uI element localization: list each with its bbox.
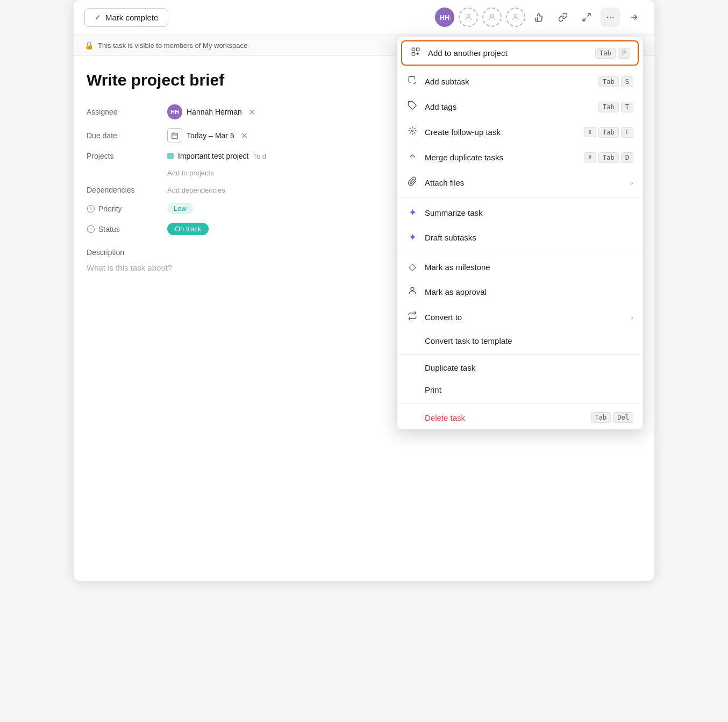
add-to-project-shortcut: Tab P: [595, 48, 630, 59]
svg-point-19: [412, 130, 413, 132]
assignee-name: Hannah Herman: [187, 108, 242, 116]
menu-item-summarize[interactable]: ✦ Summarize task: [397, 200, 643, 225]
milestone-label: Mark as milestone: [425, 263, 490, 272]
priority-value[interactable]: Low: [167, 203, 193, 214]
menu-item-milestone[interactable]: ◇ Mark as milestone: [397, 254, 643, 279]
priority-label: Priority: [87, 204, 167, 213]
svg-point-7: [612, 17, 613, 18]
menu-item-merge[interactable]: Merge duplicate tasks ⇧ Tab D: [397, 145, 643, 170]
convert-template-label: Convert task to template: [425, 336, 512, 345]
divider-2: [397, 252, 643, 252]
add-tags-shortcut: Tab T: [598, 102, 633, 112]
divider-3: [397, 354, 643, 355]
svg-point-5: [607, 17, 608, 18]
add-dependencies-link[interactable]: Add dependencies: [167, 186, 225, 194]
menu-item-draft-subtasks[interactable]: ✦ Draft subtasks: [397, 225, 643, 250]
followup-icon: [406, 126, 418, 138]
attach-chevron: ›: [631, 179, 633, 187]
svg-rect-15: [412, 48, 415, 51]
menu-item-convert-template[interactable]: Convert task to template: [397, 330, 643, 352]
description-placeholder[interactable]: What is this task about?: [87, 263, 172, 272]
approval-icon: [406, 286, 418, 298]
projects-value[interactable]: Important test project To d: [167, 152, 266, 160]
add-to-projects-value[interactable]: Add to projects: [167, 169, 214, 177]
svg-rect-9: [172, 133, 178, 139]
thumbsup-button[interactable]: [530, 8, 549, 27]
svg-line-3: [588, 13, 590, 16]
assignee-label: Assignee: [87, 108, 167, 116]
divider-4: [397, 403, 643, 404]
svg-rect-17: [412, 53, 415, 55]
svg-point-2: [514, 15, 517, 17]
toolbar-right: HH: [435, 8, 644, 27]
close-panel-button[interactable]: [624, 8, 644, 27]
duplicate-label: Duplicate task: [425, 363, 475, 372]
merge-label: Merge duplicate tasks: [425, 153, 503, 162]
avatar-hh[interactable]: HH: [435, 8, 454, 27]
add-assignee-3[interactable]: [506, 8, 525, 27]
status-badge[interactable]: On track: [167, 223, 209, 235]
dropdown-menu: Add to another project Tab P Add subtask…: [396, 37, 644, 430]
menu-item-approval[interactable]: Mark as approval: [397, 279, 643, 305]
status-value[interactable]: On track: [167, 223, 209, 235]
add-to-projects-link[interactable]: Add to projects: [167, 169, 214, 177]
dependencies-label: Dependencies: [87, 186, 167, 194]
attach-label: Attach files: [425, 178, 464, 187]
merge-icon: [406, 151, 418, 164]
mark-complete-label: Mark complete: [105, 13, 158, 22]
svg-point-1: [490, 15, 493, 17]
priority-badge[interactable]: Low: [167, 203, 193, 214]
svg-rect-16: [417, 48, 419, 51]
add-subtask-icon: [406, 75, 418, 88]
projects-label: Projects: [87, 152, 167, 160]
menu-item-print[interactable]: Print: [397, 379, 643, 401]
mark-complete-button[interactable]: ✓ Mark complete: [84, 8, 168, 27]
divider-1: [397, 197, 643, 198]
assignee-avatar: HH: [167, 104, 182, 119]
due-date-value[interactable]: Today – Mar 5 ✕: [167, 128, 248, 143]
summarize-label: Summarize task: [425, 208, 483, 217]
project-dot: [167, 153, 174, 159]
svg-point-20: [411, 287, 414, 291]
summarize-icon: ✦: [406, 207, 418, 218]
clear-assignee-button[interactable]: ✕: [248, 107, 255, 117]
lock-icon: 🔒: [84, 41, 94, 49]
menu-item-followup[interactable]: Create follow-up task ⇧ Tab F: [397, 119, 643, 145]
menu-item-attach[interactable]: Attach files ›: [397, 170, 643, 195]
add-to-project-label: Add to another project: [428, 48, 508, 58]
description-label: Description: [87, 248, 124, 257]
project-section: To d: [253, 152, 267, 160]
delete-label: Delete task: [425, 413, 465, 422]
dependencies-value[interactable]: Add dependencies: [167, 186, 225, 194]
svg-point-6: [610, 17, 611, 18]
svg-point-0: [467, 15, 469, 17]
add-subtask-label: Add subtask: [425, 77, 469, 86]
clear-due-date-button[interactable]: ✕: [241, 131, 248, 141]
menu-item-duplicate[interactable]: Duplicate task: [397, 357, 643, 379]
calendar-icon: [167, 128, 182, 143]
delete-shortcut: Tab Del: [591, 412, 633, 423]
convert-to-chevron: ›: [631, 313, 633, 322]
menu-item-add-tags[interactable]: Add tags Tab T: [397, 94, 643, 119]
more-options-button[interactable]: [601, 8, 620, 27]
add-tags-icon: [406, 101, 418, 113]
add-subtask-shortcut: Tab S: [598, 76, 633, 87]
menu-item-convert-to[interactable]: Convert to ›: [397, 305, 643, 330]
menu-item-add-subtask[interactable]: Add subtask Tab S: [397, 69, 643, 94]
assignee-value[interactable]: HH Hannah Herman ✕: [167, 104, 255, 119]
status-label: Status: [87, 225, 167, 233]
print-label: Print: [425, 385, 441, 394]
add-to-project-icon: [410, 47, 422, 59]
add-tags-label: Add tags: [425, 102, 456, 111]
merge-shortcut: ⇧ Tab D: [584, 152, 633, 163]
menu-item-delete[interactable]: Delete task Tab Del: [397, 406, 643, 429]
link-button[interactable]: [553, 8, 573, 27]
expand-button[interactable]: [577, 8, 596, 27]
visibility-text: This task is visible to members of My wo…: [98, 41, 247, 49]
svg-line-4: [583, 18, 586, 21]
convert-to-label: Convert to: [425, 313, 462, 322]
add-assignee-2[interactable]: [482, 8, 502, 27]
draft-subtasks-label: Draft subtasks: [425, 233, 476, 242]
menu-item-add-to-project[interactable]: Add to another project Tab P: [401, 40, 639, 66]
add-assignee-1[interactable]: [459, 8, 478, 27]
